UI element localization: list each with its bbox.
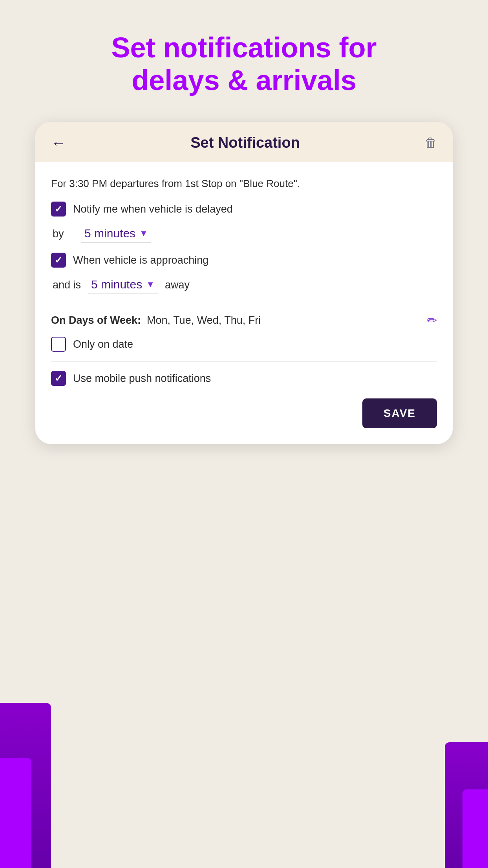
- edit-days-icon[interactable]: ✏: [427, 314, 437, 327]
- approach-checkbox-row[interactable]: ✓ When vehicle is approaching: [51, 253, 437, 268]
- delay-checkmark: ✓: [55, 204, 62, 214]
- delay-prefix: by: [53, 228, 74, 240]
- push-notifications-checkbox[interactable]: ✓: [51, 371, 66, 386]
- approach-suffix: away: [165, 279, 190, 291]
- delay-dropdown-value: 5 minutes: [84, 227, 135, 240]
- push-notifications-label: Use mobile push notifications: [73, 373, 211, 385]
- card-body: For 3:30 PM departures from 1st Stop on …: [35, 162, 453, 444]
- only-on-date-checkbox[interactable]: ✓: [51, 337, 66, 352]
- approach-dropdown-row: and is 5 minutes ▼ away: [53, 275, 437, 294]
- delay-dropdown-row: by 5 minutes ▼: [53, 224, 437, 243]
- bottom-right-decoration: [445, 742, 488, 868]
- divider-1: [51, 304, 437, 304]
- delay-checkbox[interactable]: ✓: [51, 202, 66, 217]
- approach-checkmark: ✓: [55, 255, 62, 265]
- days-of-week-row: On Days of Week: Mon, Tue, Wed, Thu, Fri…: [51, 314, 437, 327]
- phone-card: ← Set Notification 🗑 For 3:30 PM departu…: [35, 122, 453, 444]
- delay-checkbox-label: Notify me when vehicle is delayed: [73, 203, 233, 215]
- only-on-date-label: Only on date: [73, 338, 133, 351]
- description-text: For 3:30 PM departures from 1st Stop on …: [51, 176, 437, 191]
- card-header: ← Set Notification 🗑: [35, 122, 453, 162]
- days-label: On Days of Week: Mon, Tue, Wed, Thu, Fri: [51, 314, 261, 327]
- card-header-title: Set Notification: [66, 134, 424, 151]
- approach-prefix: and is: [53, 279, 81, 291]
- delay-checkbox-row[interactable]: ✓ Notify me when vehicle is delayed: [51, 202, 437, 217]
- trash-icon[interactable]: 🗑: [424, 136, 437, 150]
- page-title: Set notifications for delays & arrivals: [0, 0, 488, 120]
- push-notifications-checkbox-row[interactable]: ✓ Use mobile push notifications: [51, 371, 437, 386]
- save-btn-row: SAVE: [51, 398, 437, 428]
- days-value: Mon, Tue, Wed, Thu, Fri: [147, 314, 261, 326]
- approach-checkbox-label: When vehicle is approaching: [73, 254, 208, 266]
- bottom-left-decoration: [0, 703, 51, 868]
- back-button[interactable]: ←: [51, 136, 66, 150]
- bottom-left-inner-decoration: [0, 758, 31, 868]
- save-button[interactable]: SAVE: [362, 398, 437, 428]
- approach-dropdown[interactable]: 5 minutes ▼: [88, 275, 158, 294]
- approach-dropdown-value: 5 minutes: [91, 278, 142, 291]
- approach-dropdown-arrow-icon: ▼: [146, 279, 155, 290]
- push-notifications-checkmark: ✓: [55, 374, 62, 383]
- bottom-right-inner-decoration: [462, 789, 488, 868]
- only-on-date-checkbox-row[interactable]: ✓ Only on date: [51, 337, 437, 352]
- delay-dropdown[interactable]: 5 minutes ▼: [81, 224, 151, 243]
- approach-checkbox[interactable]: ✓: [51, 253, 66, 268]
- divider-2: [51, 361, 437, 362]
- delay-dropdown-arrow-icon: ▼: [139, 228, 148, 239]
